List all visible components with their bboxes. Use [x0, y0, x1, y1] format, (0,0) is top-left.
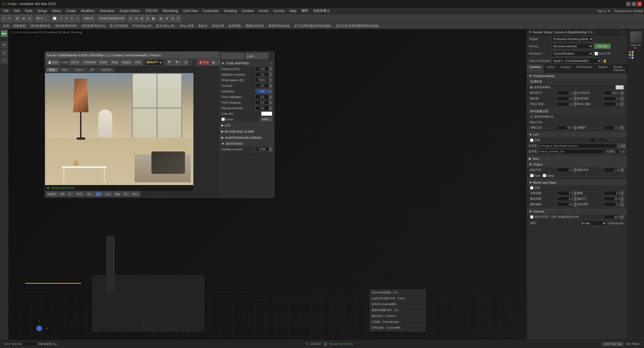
fhi-input[interactable] [256, 95, 269, 99]
redo-button[interactable]: ↪ [7, 15, 12, 22]
highlight-input[interactable] [256, 72, 269, 77]
cn-item-12[interactable]: 图像还原失色 [244, 24, 266, 28]
target-select[interactable]: Production Rendering Mode [551, 36, 593, 42]
rs-f-up[interactable]: ▲ [574, 102, 577, 104]
pixel-up[interactable]: ▲ [620, 168, 624, 170]
fhi-down[interactable]: ▼ [269, 97, 272, 99]
sharpening-header[interactable]: ▶ SHARPENING/BLURRING [220, 135, 274, 141]
bloom-enable-checkbox[interactable] [530, 186, 533, 190]
rs-sh-up[interactable]: ▲ [620, 96, 624, 99]
beauty-select[interactable]: BEAUTY [145, 60, 163, 65]
ci-input[interactable] [557, 197, 574, 201]
rs-tab-render-elements[interactable]: Render Elements [611, 64, 627, 73]
rs-tab-performance[interactable]: Performance [574, 64, 596, 73]
bloom-header[interactable]: ▶ BLOOM AND GLARE [220, 129, 274, 134]
menu-help[interactable]: Help [287, 8, 299, 13]
rs-minimize-btn[interactable]: ─ [620, 31, 622, 34]
pick-btn[interactable]: Pick [134, 59, 142, 66]
menu-cn1[interactable]: 咖啡 [299, 8, 310, 14]
wb-down[interactable]: ▼ [269, 80, 272, 82]
rs-fshadow-input[interactable] [604, 102, 620, 106]
threshold-input[interactable] [604, 191, 620, 195]
menu-graph-editors[interactable]: Graph Editors [117, 8, 142, 13]
scene-view-btn[interactable]: View1T [46, 191, 58, 197]
sensor-input[interactable] [604, 215, 620, 219]
zoom-fit-btn[interactable]: ⊞ [183, 59, 189, 66]
unlink-button[interactable]: ⛓ [21, 15, 27, 22]
sat-input[interactable] [256, 89, 269, 94]
color-tint-swatch[interactable] [261, 111, 272, 116]
rs-tab-camera[interactable]: Camera [558, 64, 574, 73]
st-down[interactable]: ▼ [620, 204, 624, 207]
rs-ev-input[interactable] [557, 91, 574, 95]
tone-load-btn[interactable]: Load... [245, 53, 268, 59]
rs-fs-down[interactable]: ▼ [620, 104, 624, 106]
bind-button[interactable]: ◎ [27, 15, 32, 22]
refresh-btn[interactable]: ↺ Refresh [81, 59, 97, 66]
denoise-amount-input[interactable] [256, 147, 269, 151]
scene-con-btn[interactable]: Con... [75, 191, 85, 197]
sidebar-icon-2[interactable]: ◎ [1, 49, 8, 56]
lut-ext-input[interactable] [539, 144, 617, 148]
th-down[interactable]: ▼ [620, 193, 624, 195]
lut-checkbox[interactable] [530, 139, 533, 142]
mirror-btn[interactable]: ⇌ [128, 15, 133, 22]
scene-active-btn[interactable]: C... [95, 191, 102, 197]
tint-up[interactable]: ▲ [574, 202, 577, 204]
cn-item-10[interactable]: 折纸光晕 [210, 24, 226, 28]
lut-pp-header[interactable]: ▼ LUT [527, 132, 627, 137]
focal-up[interactable]: ▲ [620, 125, 624, 128]
bloom-pp-header[interactable]: ▼ Bloom and Glare [527, 180, 627, 185]
menu-edit[interactable]: Edit [11, 8, 22, 13]
highlight-down[interactable]: ▼ [269, 74, 272, 77]
menu-content[interactable]: Content [240, 8, 256, 13]
wb-input[interactable] [256, 78, 269, 82]
align4-btn[interactable]: ▣ [151, 15, 156, 22]
menu-rendering[interactable]: Rendering [160, 8, 180, 13]
cn-item-8[interactable]: VRay 代理 [177, 24, 195, 28]
fsh-down[interactable]: ▼ [269, 102, 272, 105]
scale-btn[interactable]: ⤡ [75, 15, 80, 22]
menu-cn2[interactable]: 创造病毒士 [311, 8, 332, 14]
undo-button[interactable]: ↩ [1, 15, 6, 22]
focal-down[interactable]: ▼ [620, 128, 624, 130]
wp-up[interactable]: ▲ [620, 91, 624, 93]
ev-down[interactable]: ▼ [574, 93, 577, 95]
bl-item-6[interactable]: CRN.锯布（CoronaMtl） [370, 325, 425, 331]
menu-render-100[interactable]: 渲染100 [143, 8, 160, 14]
rotate-btn[interactable]: ↻ [69, 15, 74, 22]
cn-item-4[interactable]: 清空材质球(Arch) [80, 24, 107, 28]
lut-mix-input[interactable] [616, 149, 626, 154]
exposure-up[interactable]: ▲ [269, 67, 272, 69]
bl-item-1[interactable]: 白色巴巴布感 #101（Coro... [370, 296, 425, 302]
erase-btn[interactable]: Erase [98, 59, 109, 66]
time-pp-header[interactable]: ▶ Time [527, 156, 627, 162]
ctrl-c-btn[interactable]: Ctrl+C [69, 59, 81, 66]
fhi-up[interactable]: ▲ [269, 95, 272, 97]
cn-item-1[interactable]: 刷新素材 [12, 24, 27, 28]
pixel-input[interactable] [604, 168, 620, 172]
align3-btn[interactable]: ⊞ [145, 15, 150, 22]
menu-file[interactable]: File [1, 8, 11, 13]
menu-scripting[interactable]: Scripting [221, 8, 239, 13]
cn-item-9[interactable]: 置金色 [196, 24, 209, 28]
tone-scroll[interactable] [270, 53, 273, 59]
render-save-btn[interactable]: 💾 Save [46, 59, 60, 66]
soften-up[interactable]: ▲ [574, 168, 577, 170]
scene-on-btn[interactable]: on... [86, 191, 94, 197]
denoising-header[interactable]: ▼ DENOISING [220, 141, 274, 146]
denoise-down[interactable]: ▼ [269, 149, 272, 151]
view-btn[interactable]: View ▼ [83, 15, 95, 22]
th-up[interactable]: ▲ [620, 191, 624, 193]
cn-item-13[interactable]: 通用所有RayMt [267, 24, 291, 28]
render-tab-post[interactable]: Post [46, 67, 58, 72]
soften-down[interactable]: ▼ [574, 170, 577, 172]
gate-input[interactable] [557, 125, 574, 130]
wb-up[interactable]: ▲ [269, 78, 272, 80]
rs-fs-up[interactable]: ▲ [620, 102, 624, 104]
cn-item-2[interactable]: 清空材质球(全) [29, 24, 52, 28]
material-btn[interactable]: ◈ [170, 15, 175, 22]
rs-sh-down[interactable]: ▼ [620, 99, 624, 101]
highlight-up[interactable]: ▲ [269, 72, 272, 74]
move-btn[interactable]: ✛ [64, 15, 69, 22]
